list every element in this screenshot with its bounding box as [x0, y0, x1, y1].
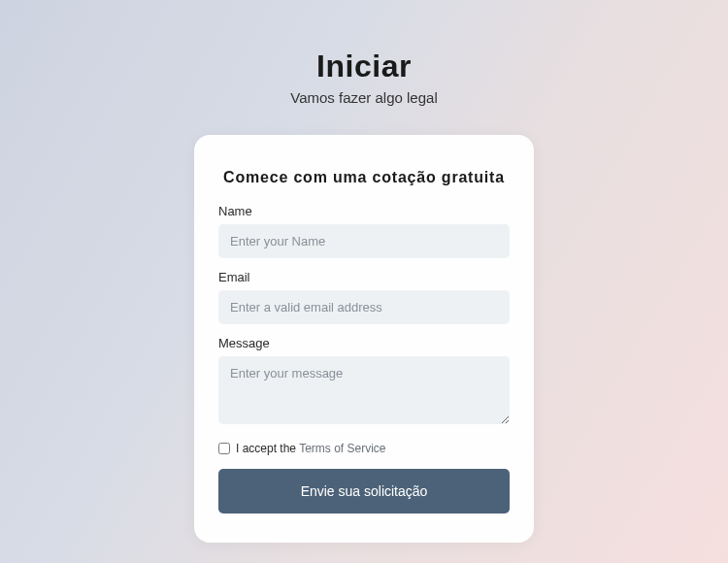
message-label: Message [218, 336, 510, 350]
terms-label: I accept the Terms of Service [236, 442, 386, 455]
name-input[interactable] [218, 224, 510, 258]
terms-row: I accept the Terms of Service [218, 442, 510, 455]
email-label: Email [218, 270, 510, 284]
submit-button[interactable]: Envie sua solicitação [218, 469, 510, 513]
terms-checkbox[interactable] [218, 443, 230, 454]
form-card: Comece com uma cotação gratuita Name Ema… [194, 135, 534, 543]
page-subtitle: Vamos fazer algo legal [290, 89, 437, 106]
message-input[interactable] [218, 356, 510, 424]
terms-prefix: I accept the [236, 442, 299, 455]
message-group: Message [218, 336, 510, 428]
page-title: Iniciar [290, 49, 437, 84]
email-input[interactable] [218, 290, 510, 324]
terms-link[interactable]: Terms of Service [299, 442, 385, 455]
form-title: Comece com uma cotação gratuita [218, 169, 510, 186]
email-group: Email [218, 270, 510, 324]
header: Iniciar Vamos fazer algo legal [290, 49, 437, 106]
name-label: Name [218, 204, 510, 218]
name-group: Name [218, 204, 510, 258]
